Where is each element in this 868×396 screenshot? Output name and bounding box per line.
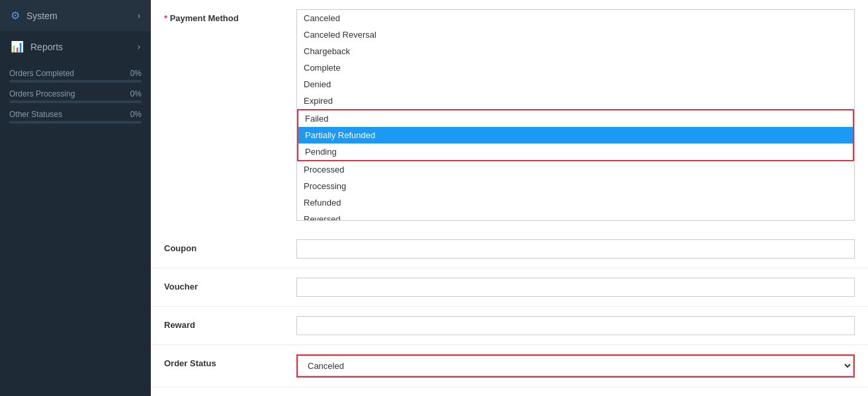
stat-bar-orders-processing: [9, 100, 142, 103]
dropdown-item-canceled_reversal[interactable]: Canceled Reversal: [297, 26, 854, 43]
order-status-select[interactable]: CanceledCanceled ReversalChargebackCompl…: [298, 356, 853, 376]
stat-label-orders-processing: Orders Processing: [9, 89, 75, 99]
payment-method-content: CanceledCanceled ReversalChargebackCompl…: [296, 9, 855, 221]
dropdown-item-reversed[interactable]: Reversed: [297, 211, 854, 221]
sidebar-item-system[interactable]: ⚙ System ›: [0, 0, 151, 31]
dropdown-item-expired[interactable]: Expired: [297, 93, 854, 109]
order-status-content: CanceledCanceled ReversalChargebackCompl…: [296, 354, 855, 377]
coupon-row: Coupon: [151, 230, 868, 268]
main-content: Payment Method CanceledCanceled Reversal…: [151, 0, 868, 396]
order-status-row: Order Status CanceledCanceled ReversalCh…: [151, 345, 868, 387]
dropdown-item-processed[interactable]: Processed: [297, 161, 854, 178]
coupon-label: Coupon: [164, 239, 296, 253]
dropdown-item-processing[interactable]: Processing: [297, 178, 854, 194]
reward-row: Reward: [151, 307, 868, 345]
voucher-label: Voucher: [164, 278, 296, 292]
highlighted-group: FailedPartially RefundedPending: [297, 109, 854, 161]
arrow-icon-reports: ›: [138, 42, 140, 52]
dropdown-item-pending[interactable]: Pending: [298, 143, 853, 160]
arrow-icon-system: ›: [138, 11, 140, 20]
stat-bar-other-statuses: [9, 121, 142, 124]
dropdown-item-canceled[interactable]: Canceled: [297, 10, 854, 26]
stat-label-orders-completed: Orders Completed: [9, 69, 74, 78]
coupon-input[interactable]: [296, 239, 855, 258]
stat-other-statuses: Other Statuses 0%: [9, 110, 142, 124]
payment-method-label: Payment Method: [164, 9, 296, 23]
stat-label-other-statuses: Other Statuses: [9, 110, 62, 119]
dropdown-item-denied[interactable]: Denied: [297, 76, 854, 93]
voucher-row: Voucher: [151, 268, 868, 307]
dropdown-item-chargeback[interactable]: Chargeback: [297, 43, 854, 59]
dropdown-item-failed[interactable]: Failed: [298, 110, 853, 127]
reward-label: Reward: [164, 316, 296, 330]
stat-value-orders-processing: 0%: [130, 89, 142, 99]
gear-icon: ⚙: [11, 9, 20, 22]
chart-icon: 📊: [11, 40, 24, 53]
sidebar-stats: Orders Completed 0% Orders Processing 0%…: [0, 62, 151, 130]
stat-orders-completed: Orders Completed 0%: [9, 69, 142, 83]
sidebar-item-reports[interactable]: 📊 Reports ›: [0, 31, 151, 62]
coupon-content: [296, 239, 855, 258]
payment-method-dropdown[interactable]: CanceledCanceled ReversalChargebackCompl…: [296, 9, 855, 221]
stat-orders-processing: Orders Processing 0%: [9, 89, 142, 103]
reward-content: [296, 316, 855, 335]
payment-method-row: Payment Method CanceledCanceled Reversal…: [151, 0, 868, 230]
order-status-label: Order Status: [164, 354, 296, 368]
sidebar: ⚙ System › 📊 Reports › Orders Completed …: [0, 0, 151, 396]
stat-bar-orders-completed: [9, 80, 142, 83]
dropdown-item-complete[interactable]: Complete: [297, 59, 854, 76]
order-status-wrapper: CanceledCanceled ReversalChargebackCompl…: [296, 354, 855, 377]
sidebar-label-reports: Reports: [30, 42, 63, 52]
dropdown-item-partially_refunded[interactable]: Partially Refunded: [298, 127, 853, 143]
reward-input[interactable]: [296, 316, 855, 335]
stat-value-other-statuses: 0%: [130, 110, 142, 119]
sidebar-label-system: System: [26, 11, 58, 21]
stat-value-orders-completed: 0%: [130, 69, 142, 78]
voucher-input[interactable]: [296, 278, 855, 297]
comment-row: Comment: [151, 387, 868, 396]
voucher-content: [296, 278, 855, 297]
dropdown-item-refunded[interactable]: Refunded: [297, 194, 854, 211]
